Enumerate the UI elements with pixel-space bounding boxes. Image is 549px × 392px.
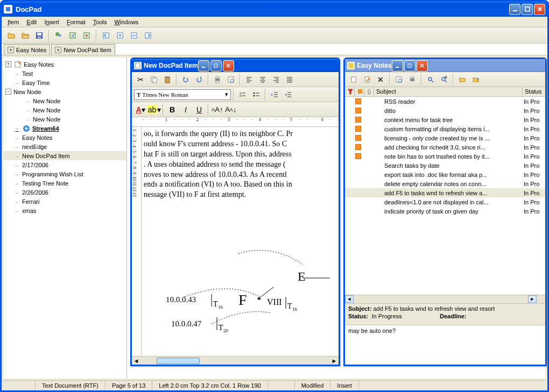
menu-windows[interactable]: Windows — [110, 18, 142, 26]
doc-close-button[interactable] — [223, 60, 234, 72]
notes-row[interactable]: Search tasks by dateIn Pro — [345, 161, 545, 170]
tree-expand-icon[interactable]: - — [5, 89, 11, 95]
doc-titlebar[interactable]: New DocPad Item — [132, 59, 339, 72]
tree-panel[interactable]: +Easy Notes–Test–Easy Time-New Node–New … — [3, 58, 127, 379]
cut-icon[interactable]: ✂ — [134, 73, 147, 86]
undo-icon[interactable] — [179, 73, 192, 86]
horizontal-ruler[interactable]: · · · 1 · · · 2 · · · 3 · · · 4 · · · 5 … — [132, 117, 339, 127]
nav2-icon[interactable] — [114, 29, 126, 42]
tree-node[interactable]: –Programming Wish List — [3, 169, 126, 179]
folder1-icon[interactable] — [456, 73, 469, 86]
notes-titlebar[interactable]: Easy Notes — [345, 59, 545, 72]
preview-icon[interactable] — [224, 73, 237, 86]
paste-icon[interactable] — [161, 73, 174, 86]
col-subject[interactable]: Subject — [374, 87, 523, 96]
tab-easy-notes[interactable]: × Easy Notes — [4, 44, 50, 55]
align-center-icon[interactable] — [256, 73, 269, 86]
tree-node[interactable]: –Test — [3, 69, 126, 78]
notes-hscrollbar[interactable]: ◄ ► — [345, 295, 545, 303]
notes-row[interactable]: note bin has to sort trashed notes by it… — [345, 152, 545, 161]
font-color-icon[interactable]: A▾ — [134, 103, 147, 116]
underline-icon[interactable]: U — [193, 103, 206, 116]
find-icon[interactable] — [424, 73, 437, 86]
folder2-icon[interactable] — [469, 73, 482, 86]
doc-content[interactable]: oo, it forwards the query (II) to its ne… — [142, 127, 339, 356]
open-icon[interactable] — [5, 29, 18, 42]
new-note-icon[interactable] — [347, 73, 360, 86]
preview-note-icon[interactable] — [392, 73, 405, 86]
tree-node[interactable]: –Easy Time — [3, 78, 126, 87]
tree-node[interactable]: –2/17/2006 — [3, 160, 126, 169]
notes-row[interactable]: indicate priority of task on given dayIn… — [345, 206, 545, 216]
print-icon[interactable] — [211, 73, 224, 86]
tree-node[interactable]: –Stream64 — [3, 124, 126, 133]
outdent-icon[interactable] — [268, 88, 281, 101]
delete-note-icon[interactable]: ✕ — [374, 73, 387, 86]
notes-row[interactable]: context menu for task treeIn Pro — [345, 115, 545, 124]
action3-icon[interactable] — [80, 29, 93, 42]
tree-node[interactable]: –nextEdge — [3, 142, 126, 151]
align-right-icon[interactable] — [270, 73, 283, 86]
tab-close-icon[interactable]: × — [8, 47, 14, 53]
nav3-icon[interactable] — [128, 29, 140, 42]
tree-node[interactable]: –New Node — [3, 105, 126, 115]
close-button[interactable] — [534, 4, 545, 15]
redo-icon[interactable] — [193, 73, 206, 86]
tree-node[interactable]: –2/26/2006 — [3, 188, 126, 197]
tree-node[interactable]: –Easy Notes — [3, 133, 126, 142]
tree-node[interactable]: +Easy Notes — [3, 60, 126, 69]
grow-font-icon[interactable]: AA↑ — [211, 103, 224, 116]
minimize-button[interactable] — [509, 4, 520, 15]
notes-row[interactable]: dittoIn Pro — [345, 106, 545, 115]
tree-node[interactable]: –New Node — [3, 96, 126, 105]
font-selector[interactable]: TTimes New Roman ▾ — [134, 89, 231, 100]
menu-tools[interactable]: Tools — [89, 18, 111, 26]
indent-icon[interactable] — [281, 88, 294, 101]
col-filter[interactable] — [345, 87, 355, 96]
align-left-icon[interactable] — [243, 73, 256, 86]
notes-row[interactable]: custom formatting of displaying items i.… — [345, 124, 545, 133]
print-note-icon[interactable] — [406, 73, 419, 86]
tab-new-docpad-item[interactable]: × New DocPad Item — [51, 44, 115, 55]
notes-row[interactable]: RSS readerIn Pro — [345, 97, 545, 106]
notes-row[interactable]: add checking for richedit 3.0, since ri.… — [345, 142, 545, 152]
menu-insert[interactable]: Insert — [40, 18, 63, 26]
tree-node[interactable]: –Testing Tree Note — [3, 179, 126, 188]
tree-node[interactable]: –New Node — [3, 115, 126, 124]
tree-node[interactable]: -New Node — [3, 87, 126, 96]
menu-edit[interactable]: Edit — [23, 18, 40, 26]
bold-icon[interactable]: B — [166, 103, 179, 116]
col-attach[interactable] — [364, 87, 374, 96]
list-bullet-icon[interactable] — [250, 88, 263, 101]
edit-note-icon[interactable] — [361, 73, 374, 86]
copy-icon[interactable] — [147, 73, 160, 86]
notes-row[interactable]: licensing - only code created by me is .… — [345, 133, 545, 142]
notes-minimize-button[interactable] — [392, 60, 403, 72]
action1-icon[interactable] — [52, 29, 65, 42]
notes-maximize-button[interactable] — [404, 60, 416, 72]
tree-node[interactable]: –Ferrari — [3, 197, 126, 206]
tree-expand-icon[interactable]: + — [5, 61, 11, 67]
nav4-icon[interactable] — [142, 29, 154, 42]
list-numbered-icon[interactable]: 12 — [236, 88, 249, 101]
menu-format[interactable]: Format — [63, 18, 89, 26]
shrink-font-icon[interactable]: AA↓ — [224, 103, 237, 116]
col-status[interactable]: Status — [523, 87, 545, 96]
italic-icon[interactable]: I — [179, 103, 192, 116]
tree-node[interactable]: –New DocPad Item — [3, 151, 126, 160]
notes-body[interactable]: may be auto one? — [345, 325, 545, 365]
doc-hscrollbar[interactable]: ◄ ► — [132, 356, 339, 365]
maximize-button[interactable] — [522, 4, 533, 15]
notes-row[interactable]: delete empty calendar notes on conn...In… — [345, 179, 545, 188]
find2-icon[interactable]: A — [438, 73, 451, 86]
notes-row[interactable]: deadlines<1.0 are not displayed in cal..… — [345, 197, 545, 206]
menu-item[interactable]: Item — [4, 18, 23, 26]
open2-icon[interactable] — [19, 29, 32, 42]
action2-icon[interactable] — [66, 29, 79, 42]
doc-minimize-button[interactable] — [198, 60, 209, 72]
vertical-ruler[interactable]: · 1 · 2 · 3 · 4 · 5 · 6 · 7 · 8 · 9 ·10·… — [132, 127, 142, 356]
tab-close-icon[interactable]: × — [55, 47, 61, 53]
scroll-thumb[interactable] — [157, 358, 200, 364]
notes-close-button[interactable] — [417, 60, 428, 72]
highlight-icon[interactable]: ab▾ — [147, 103, 160, 116]
